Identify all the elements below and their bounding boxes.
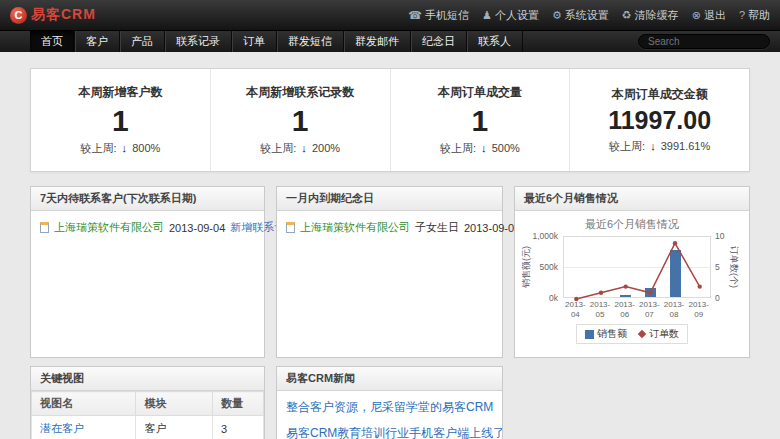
news-link[interactable]: 易客CRM教育培训行业手机客户端上线了: [277, 420, 502, 439]
legend-sales: 销售额: [585, 327, 627, 341]
list-item: 上海瑞策软件有限公司 子女生日 2013-09-02: [286, 220, 493, 235]
stat-order-amount: 本周订单成交金额 11997.00 较上周: ↓ 3991.61%: [569, 69, 749, 171]
company-link[interactable]: 上海瑞策软件有限公司: [300, 220, 410, 235]
topbar-menu: ☎ 手机短信 ♟ 个人设置 ⚙ 系统设置 ♻ 清除缓存 ⊗ 退出 ? 帮助: [408, 8, 770, 23]
table-header-row: 视图名 模块 数量: [32, 392, 264, 416]
compare-label: 较上周:: [609, 140, 645, 152]
menu-logout[interactable]: ⊗ 退出: [692, 8, 726, 23]
stat-new-customers: 本周新增客户数 1 较上周: ↓ 800%: [31, 69, 210, 171]
col-module: 模块: [136, 392, 213, 416]
x-tick-label: 2013-04: [563, 300, 588, 319]
x-tick-label: 2013-05: [588, 300, 613, 319]
menu-personal-settings-label: 个人设置: [495, 8, 539, 23]
search-box: [638, 31, 770, 52]
count-cell: 3: [212, 416, 263, 439]
menu-system-settings[interactable]: ⚙ 系统设置: [552, 8, 609, 23]
compare-percent: 500%: [492, 142, 520, 154]
stat-value: 11997.00: [570, 108, 749, 134]
tab-products[interactable]: 产品: [120, 31, 165, 52]
line-marker-icon: [638, 330, 646, 338]
stat-order-volume: 本周订单成交量 1 较上周: ↓ 500%: [390, 69, 570, 171]
panel-title: 7天内待联系客户(下次联系日期): [31, 187, 264, 211]
stat-compare: 较上周: ↓ 3991.61%: [570, 139, 749, 154]
gear-icon: ⚙: [552, 10, 562, 21]
bar-swatch-icon: [585, 330, 594, 339]
menu-sms[interactable]: ☎ 手机短信: [408, 8, 469, 23]
x-axis-labels: 2013-042013-052013-062013-072013-082013-…: [563, 298, 711, 319]
document-icon: [286, 222, 295, 233]
anniversary-type: 子女生日: [415, 220, 459, 235]
logo-icon: C: [10, 7, 27, 24]
search-input[interactable]: [638, 34, 770, 49]
stat-value: 1: [211, 106, 390, 137]
legend-sales-label: 销售额: [597, 327, 627, 341]
stat-compare: 较上周: ↓ 800%: [31, 141, 210, 156]
logo[interactable]: C 易客CRM: [10, 6, 96, 24]
tab-anniversary[interactable]: 纪念日: [411, 31, 467, 52]
compare-label: 较上周:: [260, 142, 296, 154]
chart-legend: 销售额 订单数: [520, 324, 744, 344]
tab-orders[interactable]: 订单: [232, 31, 277, 52]
clear-cache-icon: ♻: [622, 10, 632, 21]
view-link[interactable]: 潜在客户: [40, 422, 84, 434]
list-item: 上海瑞策软件有限公司 2013-09-04 新增联系记录: [40, 220, 255, 235]
col-view-name: 视图名: [32, 392, 136, 416]
down-arrow-icon: ↓: [301, 142, 307, 154]
x-tick-label: 2013-08: [662, 300, 687, 319]
key-views-table: 视图名 模块 数量 潜在客户 客户 3: [31, 391, 264, 439]
document-icon: [40, 222, 49, 233]
stat-compare: 较上周: ↓ 500%: [391, 141, 570, 156]
right-axis-ticks: 0510: [711, 236, 727, 298]
menu-system-settings-label: 系统设置: [565, 8, 609, 23]
menu-logout-label: 退出: [704, 8, 726, 23]
dashboard: 本周新增客户数 1 较上周: ↓ 800% 本周新增联系记录数 1 较上周: ↓…: [0, 52, 780, 439]
key-views-panel: 关键视图 视图名 模块 数量 潜在客户 客户 3: [30, 366, 265, 439]
chart-title: 最近6个月销售情况: [520, 217, 744, 232]
logo-text: 易客CRM: [31, 6, 96, 24]
orders-line-series: [564, 237, 712, 299]
main-nav: 首页 客户 产品 联系记录 订单 群发短信 群发邮件 纪念日 联系人: [0, 30, 780, 52]
menu-help-label: 帮助: [748, 8, 770, 23]
panel-title: 易客CRM新闻: [277, 367, 502, 391]
legend-orders-label: 订单数: [649, 327, 679, 341]
x-tick-label: 2013-09: [686, 300, 711, 319]
compare-percent: 3991.61%: [661, 140, 711, 152]
x-tick-label: 2013-06: [612, 300, 637, 319]
logout-icon: ⊗: [692, 10, 701, 21]
tab-bulk-sms[interactable]: 群发短信: [277, 31, 344, 52]
compare-percent: 800%: [132, 142, 160, 154]
chart-plot-area: [563, 236, 711, 298]
menu-help[interactable]: ? 帮助: [739, 8, 770, 23]
news-link[interactable]: 整合客户资源，尼采留学堂的易客CRM: [277, 394, 502, 420]
menu-sms-label: 手机短信: [425, 8, 469, 23]
tab-contacts[interactable]: 联系人: [467, 31, 523, 52]
menu-personal-settings[interactable]: ♟ 个人设置: [482, 8, 539, 23]
tab-home[interactable]: 首页: [30, 31, 75, 52]
table-row: 潜在客户 客户 3: [32, 416, 264, 439]
right-axis-label: 订单数(个): [727, 236, 738, 298]
stat-new-contact-records: 本周新增联系记录数 1 较上周: ↓ 200%: [210, 69, 390, 171]
company-link[interactable]: 上海瑞策软件有限公司: [54, 220, 164, 235]
stat-label: 本周订单成交量: [391, 84, 570, 101]
anniversary-date: 2013-09-02: [464, 222, 520, 234]
menu-clear-cache-label: 清除缓存: [635, 8, 679, 23]
tab-customers[interactable]: 客户: [75, 31, 120, 52]
user-icon: ♟: [482, 10, 492, 21]
compare-label: 较上周:: [80, 142, 116, 154]
phone-sms-icon: ☎: [408, 10, 422, 21]
stat-label: 本周新增客户数: [31, 84, 210, 101]
stat-value: 1: [31, 106, 210, 137]
panel-title: 最近6个月销售情况: [515, 187, 749, 211]
stat-value: 1: [391, 106, 570, 137]
panel-title: 关键视图: [31, 367, 264, 391]
tab-bulk-email[interactable]: 群发邮件: [344, 31, 411, 52]
help-icon: ?: [739, 10, 745, 21]
panel-title: 一月内到期纪念日: [277, 187, 502, 211]
down-arrow-icon: ↓: [481, 142, 487, 154]
stats-panel: 本周新增客户数 1 较上周: ↓ 800% 本周新增联系记录数 1 较上周: ↓…: [30, 68, 750, 172]
stat-label: 本周订单成交金额: [570, 86, 749, 103]
tab-contact-records[interactable]: 联系记录: [165, 31, 232, 52]
menu-clear-cache[interactable]: ♻ 清除缓存: [622, 8, 679, 23]
x-tick-label: 2013-07: [637, 300, 662, 319]
compare-label: 较上周:: [440, 142, 476, 154]
